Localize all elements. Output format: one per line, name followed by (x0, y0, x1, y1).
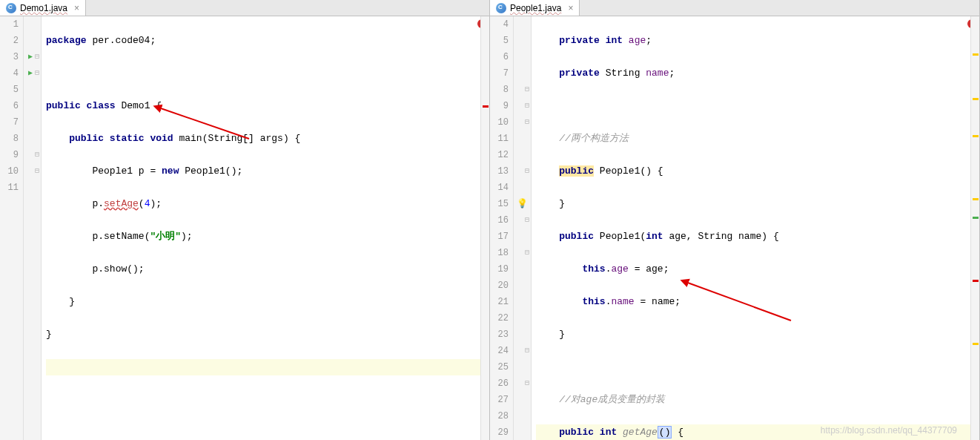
lightbulb-icon[interactable]: 💡 (517, 196, 528, 212)
tab-people1[interactable]: People1.java × (490, 0, 580, 16)
fold-icon[interactable]: ⊟ (525, 245, 529, 261)
fold-icon[interactable]: ⊟ (35, 65, 39, 82)
right-editor[interactable]: 4567891011121314151617181920212223242526… (490, 16, 979, 440)
icon-gutter: ⊟ ⊟ ⊟ ⊟ 💡 ⊟ ⊟ ⊟ ⊟ (514, 16, 532, 440)
watermark: https://blog.csdn.net/qq_44377709 (821, 425, 957, 436)
fold-icon[interactable]: ⊟ (525, 82, 529, 98)
close-icon[interactable]: × (74, 3, 79, 13)
error-stripe[interactable] (970, 16, 979, 440)
fold-icon[interactable]: ⊟ (525, 114, 529, 131)
fold-icon[interactable]: ⊟ (35, 147, 39, 163)
run-icon[interactable]: ▶ (28, 49, 33, 65)
fold-icon[interactable]: ⊟ (525, 212, 529, 229)
left-tab-bar: Demo1.java × (0, 0, 489, 16)
error-stripe[interactable] (480, 16, 489, 440)
close-icon[interactable]: × (568, 3, 573, 13)
line-gutter: 4567891011121314151617181920212223242526… (490, 16, 514, 440)
java-class-icon (6, 3, 16, 13)
fold-icon[interactable]: ⊟ (35, 163, 39, 180)
tab-demo1[interactable]: Demo1.java × (0, 0, 86, 16)
line-gutter: 1234567891011 (0, 16, 24, 440)
right-tab-bar: People1.java × (490, 0, 979, 16)
fold-icon[interactable]: ⊟ (35, 49, 39, 65)
left-editor-pane: Demo1.java × 1234567891011 ▶ ▶ ⊟ ⊟ ⊟ ⊟ p… (0, 0, 490, 440)
icon-gutter: ▶ ▶ ⊟ ⊟ ⊟ ⊟ (24, 16, 42, 440)
fold-icon[interactable]: ⊟ (525, 375, 529, 392)
fold-icon[interactable]: ⊟ (525, 343, 529, 359)
right-editor-pane: People1.java × 4567891011121314151617181… (490, 0, 980, 440)
left-editor[interactable]: 1234567891011 ▶ ▶ ⊟ ⊟ ⊟ ⊟ package per.co… (0, 16, 489, 440)
code-area[interactable]: package per.code04; public class Demo1 {… (42, 16, 480, 440)
run-icon[interactable]: ▶ (28, 65, 33, 82)
fold-icon[interactable]: ⊟ (525, 163, 529, 180)
java-class-icon (496, 3, 506, 13)
code-area[interactable]: private int age; private String name; //… (532, 16, 970, 440)
tab-title: Demo1.java (20, 3, 67, 13)
tab-title: People1.java (510, 3, 561, 13)
fold-icon[interactable]: ⊟ (525, 98, 529, 114)
